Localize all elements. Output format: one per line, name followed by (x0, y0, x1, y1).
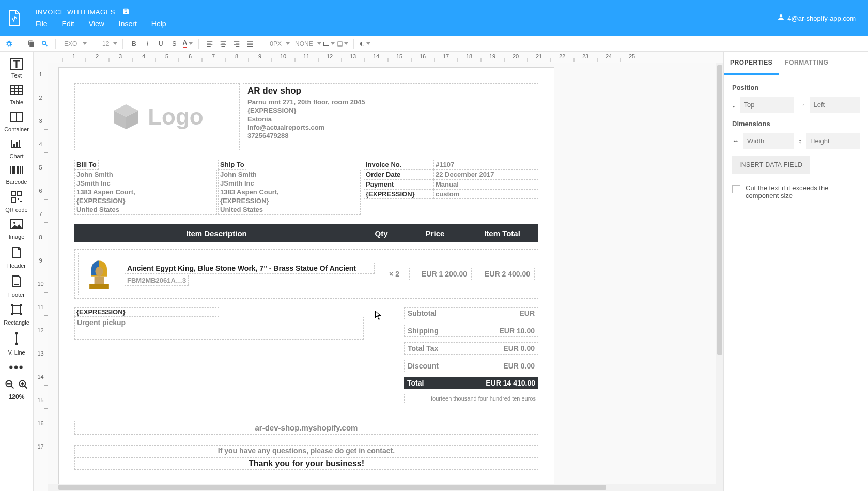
chevron-down-icon (317, 42, 321, 45)
shop-address: Parnu mnt 271, 20th floor, room 2045 (247, 98, 534, 106)
ship-to-label[interactable]: Ship To (218, 160, 246, 170)
discount-row[interactable]: DiscountEUR 0.00 (404, 360, 538, 372)
item-total[interactable]: EUR 2 400.00 (476, 268, 535, 280)
invoice-meta[interactable]: Invoice No.#1107 Order Date22 December 2… (364, 160, 538, 215)
svg-rect-23 (89, 284, 109, 289)
shipping-row[interactable]: ShippingEUR 10.00 (404, 325, 538, 337)
vline-icon (14, 332, 19, 347)
insert-data-field-button[interactable]: INSERT DATA FIELD (732, 156, 810, 174)
menu-file[interactable]: File (36, 20, 48, 28)
item-sku[interactable]: FBM2MB2061A…3 (125, 275, 189, 286)
grand-total-row[interactable]: TotalEUR 14 410.00 (404, 377, 538, 389)
total-in-words[interactable]: fourteen thousand four hundred ten euros (404, 394, 538, 403)
canvas-viewport[interactable]: Logo AR dev shop Parnu mnt 271, 20th flo… (48, 63, 723, 491)
tool-rectangle[interactable]: Rectangle (1, 301, 32, 329)
tab-properties[interactable]: PROPERTIES (724, 52, 779, 75)
tool-table[interactable]: Table (1, 82, 32, 109)
zoom-level: 120% (9, 391, 25, 401)
chart-icon (10, 139, 23, 151)
dimensions-heading: Dimensions (732, 120, 860, 128)
logo-placeholder[interactable]: Logo (74, 83, 240, 150)
horizontal-ruler: 1234567891011121314151617181920212223242… (48, 52, 723, 63)
position-heading: Position (732, 84, 860, 91)
opacity-button[interactable] (359, 38, 370, 50)
tool-vline[interactable]: V. Line (1, 329, 32, 359)
tab-formatting[interactable]: FORMATTING (779, 52, 834, 75)
tool-image[interactable]: Image (1, 216, 32, 243)
user-email[interactable]: 4@ar-shopify-app.com (787, 14, 856, 22)
vertical-scrollbar[interactable] (716, 63, 723, 491)
tool-text[interactable]: TText (1, 55, 32, 82)
svg-rect-18 (20, 313, 22, 315)
vertical-ruler: 1234567891011121314151617 (34, 52, 48, 491)
tool-more[interactable]: ••• (1, 359, 32, 376)
barcode-icon (10, 165, 23, 177)
subtotal-row[interactable]: SubtotalEUR (404, 307, 538, 319)
zoom-in-button[interactable] (18, 379, 28, 391)
totals-box: SubtotalEUR ShippingEUR 10.00 Total TaxE… (404, 307, 538, 403)
left-input[interactable] (810, 97, 860, 113)
bill-to-label[interactable]: Bill To (74, 160, 99, 170)
cut-text-checkbox[interactable] (732, 185, 740, 193)
tool-qrcode[interactable]: QR code (1, 188, 32, 216)
footer-url[interactable]: ar-dev-shop.myshopify.com (74, 421, 538, 435)
tax-row[interactable]: Total TaxEUR 0.00 (404, 342, 538, 355)
horizontal-scrollbar[interactable] (48, 484, 723, 491)
underline-button[interactable]: U (155, 38, 166, 50)
align-center-button[interactable] (218, 38, 229, 50)
item-qty[interactable]: × 2 (379, 268, 410, 280)
svg-rect-8 (18, 192, 22, 196)
tool-barcode[interactable]: Barcode (1, 162, 32, 188)
svg-rect-25 (95, 277, 104, 284)
border-style-select[interactable]: NONE (292, 40, 316, 48)
save-icon[interactable] (122, 8, 130, 17)
shop-info-box[interactable]: AR dev shop Parnu mnt 271, 20th floor, r… (243, 83, 538, 150)
svg-rect-17 (11, 313, 13, 315)
align-left-button[interactable] (204, 38, 215, 50)
zoom-out-button[interactable] (5, 379, 15, 391)
ship-to-box[interactable]: John Smith JSmith Inc 1383 Aspen Court, … (218, 170, 361, 215)
properties-panel: PROPERTIES FORMATTING Position ↓ → Dimen… (723, 52, 868, 491)
border-sides-button[interactable] (337, 38, 348, 50)
height-icon: ↕ (799, 137, 802, 145)
align-right-button[interactable] (231, 38, 242, 50)
note-body[interactable]: Urgent pickup (74, 317, 364, 340)
item-price[interactable]: EUR 1 200.00 (414, 268, 472, 280)
menu-view[interactable]: View (89, 20, 104, 28)
font-name-select[interactable]: EXO (61, 40, 82, 48)
italic-button[interactable]: I (142, 38, 153, 50)
width-input[interactable] (743, 133, 794, 149)
footer-thanks[interactable]: Thank you for your business! (74, 457, 538, 470)
footer-question[interactable]: If you have any questions, please do get… (74, 445, 538, 456)
svg-point-19 (16, 332, 18, 335)
svg-rect-9 (11, 198, 16, 202)
item-title[interactable]: Ancient Egypt King, Blue Stone Work, 7" … (125, 263, 375, 274)
note-expression[interactable]: {EXPRESSION} (74, 307, 219, 317)
tool-container[interactable]: Container (1, 109, 32, 135)
bold-button[interactable]: B (128, 38, 140, 50)
font-size-select[interactable]: 12 (99, 40, 112, 48)
strikethrough-button[interactable]: S (168, 38, 180, 50)
shop-email: info@actualreports.com (247, 124, 534, 132)
search-icon[interactable] (39, 38, 50, 50)
menu-insert[interactable]: Insert (119, 20, 137, 28)
bill-to-box[interactable]: John Smith JSmith Inc 1383 Aspen Court, … (74, 170, 217, 215)
settings-icon[interactable] (3, 38, 14, 50)
height-input[interactable] (806, 133, 860, 149)
menu-help[interactable]: Help (151, 20, 166, 28)
align-justify-button[interactable] (244, 38, 256, 50)
item-image[interactable] (78, 253, 120, 295)
border-color-button[interactable] (323, 38, 335, 50)
border-size-select[interactable]: 0PX (267, 40, 285, 48)
tool-footer[interactable]: Footer (1, 272, 32, 301)
item-row[interactable]: Ancient Egypt King, Blue Stone Work, 7" … (74, 249, 538, 299)
copy-icon[interactable] (25, 38, 37, 50)
menu-edit[interactable]: Edit (62, 20, 74, 28)
tool-header[interactable]: Header (1, 243, 32, 272)
top-input[interactable] (740, 97, 794, 113)
text-icon: T (10, 58, 23, 70)
font-color-button[interactable]: A (182, 38, 193, 50)
tool-chart[interactable]: Chart (1, 135, 32, 162)
page[interactable]: Logo AR dev shop Parnu mnt 271, 20th flo… (58, 67, 554, 486)
user-icon (778, 14, 784, 22)
